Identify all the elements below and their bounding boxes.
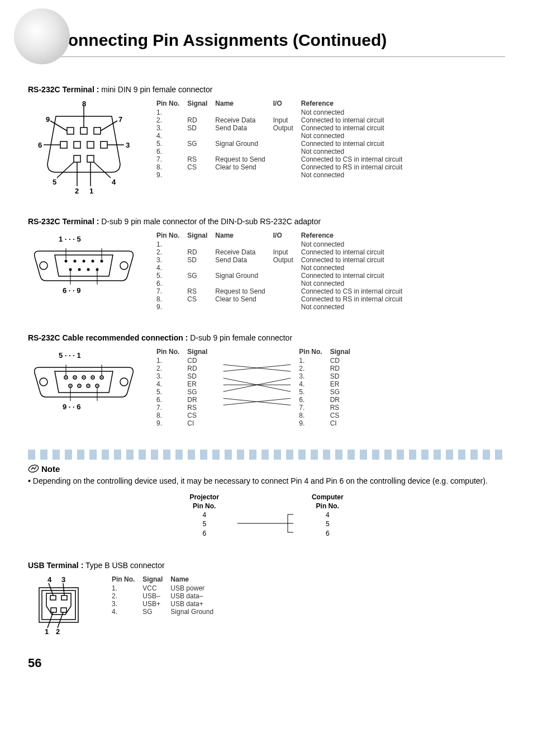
usb-heading: USB Terminal : Type B USB connector bbox=[28, 561, 505, 570]
table-cell: 6. bbox=[156, 280, 187, 287]
table-row: 6.Not connected bbox=[156, 280, 410, 287]
table-cell: Clear to Send bbox=[215, 295, 273, 303]
table-cell: Send Data bbox=[215, 256, 273, 264]
table-row: 6.DR bbox=[299, 396, 358, 404]
table-row: 5.SGSignal GroundConnected to internal c… bbox=[156, 272, 410, 280]
note-mini-table: Projector Computer Pin No. Pin No. 4 bbox=[177, 492, 356, 538]
col-signal: Signal bbox=[187, 100, 215, 108]
table-cell: USB power bbox=[170, 584, 221, 592]
table-cell bbox=[273, 240, 301, 248]
table-cell: 1. bbox=[156, 240, 187, 248]
table-row: 6.DR bbox=[156, 396, 215, 404]
table-cell: 1. bbox=[299, 357, 330, 365]
table-row: 1.CD bbox=[299, 357, 358, 365]
table-cell: 9. bbox=[156, 419, 187, 427]
page-number: 56 bbox=[28, 656, 41, 670]
table-cell: Input bbox=[273, 116, 301, 124]
heading-normal: Type B USB connector bbox=[83, 561, 164, 570]
col-signal: Signal bbox=[330, 348, 358, 357]
svg-point-0 bbox=[14, 8, 70, 64]
table-cell bbox=[273, 287, 301, 295]
table-cell: Signal Ground bbox=[170, 608, 221, 616]
table-cell: 3. bbox=[112, 600, 142, 608]
svg-point-32 bbox=[74, 260, 77, 263]
table-cell: Input bbox=[273, 248, 301, 256]
table-cell bbox=[187, 240, 215, 248]
svg-rect-91 bbox=[61, 608, 66, 612]
table-row: 5.SG bbox=[156, 388, 215, 396]
usb-rows: 1.VCCUSB power2.USB–USB data–3.USB+USB d… bbox=[112, 584, 221, 616]
table-cell: Connected to internal circuit bbox=[301, 124, 410, 132]
din9-diagram: 8 9 7 6 3 5 4 2 1 bbox=[28, 100, 140, 195]
svg-text:9: 9 bbox=[46, 115, 50, 124]
table-cell: CI bbox=[330, 419, 358, 427]
section-rs232c-din: RS-232C Terminal : mini DIN 9 pin female… bbox=[28, 85, 505, 195]
table-cell bbox=[273, 303, 301, 311]
table-cell: 7. bbox=[299, 404, 330, 412]
table-cell: CS bbox=[187, 295, 215, 303]
table-cell: 7. bbox=[156, 155, 187, 163]
table-row: 4.Not connected bbox=[156, 132, 410, 140]
svg-text:3: 3 bbox=[126, 141, 130, 149]
table-cell: Request to Send bbox=[215, 155, 273, 163]
svg-rect-3 bbox=[94, 127, 101, 134]
table-cell: RD bbox=[187, 248, 215, 256]
col-pin: Pin No. bbox=[156, 231, 187, 240]
table-cell: 9. bbox=[156, 171, 187, 179]
table-cell: 7. bbox=[156, 404, 187, 412]
table-cell: VCC bbox=[142, 584, 170, 592]
table-cell: Connected to RS in internal circuit bbox=[301, 295, 410, 303]
table-cell: SG bbox=[142, 608, 170, 616]
table-cell: 3. bbox=[156, 124, 187, 132]
table-cell: RS bbox=[187, 155, 215, 163]
table-cell: 8. bbox=[299, 412, 330, 419]
table-cell: Connected to CS in internal circuit bbox=[301, 155, 410, 163]
table-cell bbox=[273, 155, 301, 163]
table-cell: 4. bbox=[299, 380, 330, 388]
table-cell: Send Data bbox=[215, 124, 273, 132]
table-row: 1.Not connected bbox=[156, 108, 410, 116]
svg-point-46 bbox=[40, 378, 47, 386]
cable-connection-table: Pin No. Signal 1.CD2.RD3.SD4.ER5.SG6.DR7… bbox=[156, 348, 505, 427]
table-cell: 2. bbox=[156, 248, 187, 256]
table-row: 4.ER bbox=[156, 380, 215, 388]
table-cell bbox=[187, 132, 215, 140]
table-cell: Output bbox=[273, 256, 301, 264]
table-cell: SG bbox=[330, 388, 358, 396]
table-cell: 5. bbox=[156, 140, 187, 148]
table-row: 9.CI bbox=[156, 419, 215, 427]
col-signal: Signal bbox=[187, 348, 215, 357]
table-row: 7.RS bbox=[299, 404, 358, 412]
table-cell: Not connected bbox=[301, 240, 410, 248]
table-cell bbox=[215, 148, 273, 155]
section-rs232c-dsub: RS-232C Terminal : D-sub 9 pin male conn… bbox=[28, 217, 505, 311]
mini-cell: 5 bbox=[178, 520, 230, 528]
table-cell: 9. bbox=[299, 419, 330, 427]
table-cell: USB– bbox=[142, 592, 170, 600]
svg-rect-5 bbox=[74, 141, 80, 148]
table-cell: Receive Data bbox=[215, 248, 273, 256]
svg-rect-87 bbox=[42, 590, 75, 620]
svg-rect-4 bbox=[60, 141, 67, 148]
svg-point-29 bbox=[40, 262, 47, 270]
table-row: 7.RSRequest to SendConnected to CS in in… bbox=[156, 287, 410, 295]
table-cell: DR bbox=[187, 396, 215, 404]
svg-point-61 bbox=[101, 377, 102, 378]
svg-line-94 bbox=[47, 612, 53, 628]
table-cell: 5. bbox=[156, 388, 187, 396]
table-cell: CD bbox=[187, 357, 215, 365]
mini-right-bottom: Pin No. bbox=[300, 502, 355, 510]
heading-bold: RS-232C Terminal : bbox=[28, 85, 99, 94]
table-cell: Not connected bbox=[301, 264, 410, 272]
col-signal: Signal bbox=[142, 575, 170, 584]
rs232c-din-rows: 1.Not connected2.RDReceive DataInputConn… bbox=[156, 108, 410, 179]
heading-normal: mini DIN 9 pin female connector bbox=[99, 85, 212, 94]
heading-bold: USB Terminal : bbox=[28, 561, 83, 570]
table-cell: Connected to internal circuit bbox=[301, 256, 410, 264]
note-decorative-band bbox=[28, 450, 505, 460]
svg-line-12 bbox=[101, 121, 117, 131]
table-cell: Signal Ground bbox=[215, 140, 273, 148]
table-cell: 2. bbox=[299, 365, 330, 372]
svg-rect-8 bbox=[74, 155, 80, 162]
col-name: Name bbox=[170, 575, 221, 584]
